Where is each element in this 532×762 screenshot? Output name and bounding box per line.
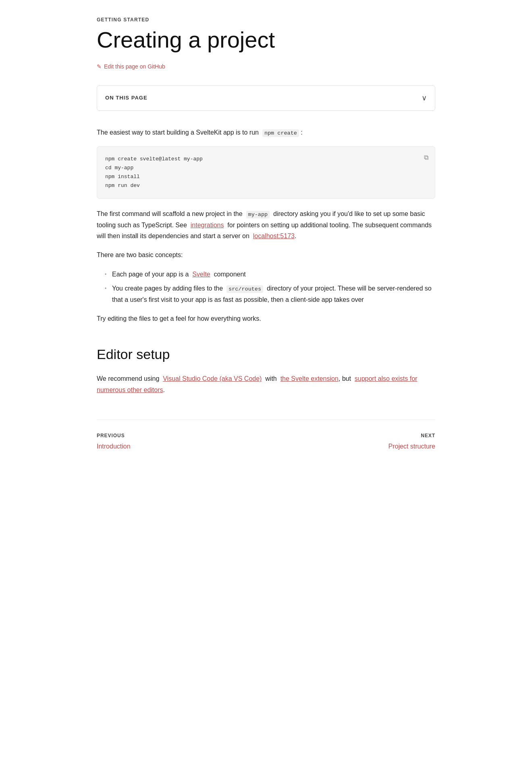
paragraph-1: The first command will scaffold a new pr… [97,208,435,241]
editor-paragraph: We recommend using Visual Studio Code (a… [97,373,435,395]
code-block-wrapper: npm create svelte@latest my-app cd my-ap… [97,146,435,199]
para1-end: . [295,233,296,239]
on-this-page-toggle[interactable]: ON THIS PAGE ∨ [97,85,435,111]
localhost-link[interactable]: localhost:5173 [253,233,295,239]
src-routes-inline-code: src/routes [227,285,263,293]
para1-part1: The first command will scaffold a new pr… [97,210,243,217]
my-app-inline-code: my-app [246,211,270,218]
svelte-link[interactable]: Svelte [192,271,210,278]
previous-page-link[interactable]: Introduction [97,441,131,452]
intro-paragraph: The easiest way to start building a Svel… [97,127,435,138]
next-page-link[interactable]: Project structure [389,441,435,452]
bullet-item-1-after: component [214,271,246,278]
edit-link-text: Edit this page on GitHub [104,62,165,71]
list-item: You create pages by adding files to the … [105,283,435,305]
edit-page-link[interactable]: ✎ Edit this page on GitHub [97,62,165,71]
integrations-link[interactable]: integrations [191,222,224,228]
nav-footer: PREVIOUS Introduction NEXT Project struc… [97,419,435,452]
list-item: Each page of your app is a Svelte compon… [105,269,435,280]
chevron-down-icon: ∨ [422,92,427,104]
next-label: NEXT [389,432,435,440]
category-label: GETTING STARTED [97,16,435,24]
bullet-list: Each page of your app is a Svelte compon… [105,269,435,305]
bullet-item-1-before: Each page of your app is a [112,271,189,278]
editor-text-before1: We recommend using [97,375,159,382]
editor-text-between2: , but [339,375,351,382]
paragraph-3: Try editing the files to get a feel for … [97,313,435,324]
intro-text-end: : [301,129,302,136]
copy-icon[interactable]: ⧉ [424,152,428,163]
intro-text: The easiest way to start building a Svel… [97,129,259,136]
edit-icon: ✎ [97,62,102,71]
paragraph-2: There are two basic concepts: [97,249,435,260]
vscode-link[interactable]: Visual Studio Code (aka VS Code) [163,375,262,382]
npm-create-inline-code: npm create [262,129,299,137]
code-block: npm create svelte@latest my-app cd my-ap… [105,155,427,190]
editor-text-end: . [163,386,165,393]
on-this-page-label: ON THIS PAGE [105,94,148,102]
nav-previous: PREVIOUS Introduction [97,432,131,452]
svelte-extension-link[interactable]: the Svelte extension [281,375,339,382]
page-title: Creating a project [97,27,435,53]
previous-label: PREVIOUS [97,432,131,440]
editor-setup-heading: Editor setup [97,343,435,365]
bullet-item-2-before: You create pages by adding files to the [112,285,223,292]
editor-text-between: with [265,375,276,382]
nav-next: NEXT Project structure [389,432,435,452]
